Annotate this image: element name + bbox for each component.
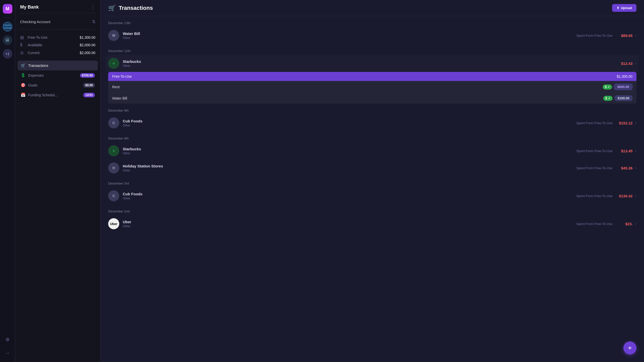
tx-name-starbucks-dec11: Starbucks (123, 59, 612, 64)
date-label-dec3: December 3rd (106, 182, 639, 185)
fab-button[interactable]: + (623, 341, 636, 354)
date-label-dec11: December 11th (106, 49, 639, 53)
nav-goals[interactable]: 🎯 Goals $0.00 (18, 80, 98, 90)
tx-from-starbucks-dec6: Spent From Free-To-Use (576, 149, 613, 153)
current-label: Current: (28, 51, 77, 55)
date-label-dec13: December 13th (106, 21, 639, 25)
tx-category-uber: Other (123, 224, 573, 228)
nav-transactions[interactable]: 🛒 Transactions (18, 61, 98, 70)
transactions-list: December 13th W Water Bill Other Spent F… (101, 16, 644, 362)
tx-amount-starbucks-dec11: $12.43 (615, 61, 633, 66)
logout-icon: → (5, 351, 10, 356)
tx-chevron-starbucks-dec6: › (635, 149, 636, 153)
nav-section: 🛒 Transactions 💲 Expenses $700.00 🎯 Goal… (15, 61, 100, 100)
tx-right-cub-dec3: Spent From Free-To-Use $130.42 › (576, 194, 636, 198)
funding-nav-label: Funding Schedul... (28, 93, 81, 97)
tx-right-starbucks-dec11: $12.43 › (615, 61, 636, 66)
upload-button[interactable]: ⬆ Upload (612, 4, 636, 12)
tx-amount-cub-dec9: $152.12 (615, 121, 633, 125)
svg-text:★: ★ (112, 62, 115, 65)
funding-badge: 12/31 (83, 93, 95, 97)
fab-icon: + (628, 344, 632, 352)
tx-from-holiday: Spent From Free-To-Use (576, 166, 613, 170)
tx-amount-water: $89.65 (615, 33, 633, 38)
transactions-nav-label: Transactions (28, 64, 95, 68)
cart-icon: 🛒 (108, 5, 116, 12)
tx-category-starbucks-dec11: Other (123, 64, 612, 68)
menu-dots-button[interactable]: ⋮ (90, 4, 95, 10)
tx-avatar-water: W (108, 30, 119, 41)
sidebar-icon-schwab[interactable]: charlesschwab (3, 22, 12, 31)
tx-category-holiday: Other (123, 169, 573, 172)
date-group-dec13: December 13th (106, 21, 639, 25)
starbucks-logo-svg-dec6: ★ (110, 148, 117, 154)
transaction-holiday-dec6[interactable]: H Holiday Station Stores Other Spent Fro… (106, 159, 639, 176)
split-checkmark-rent: ✓ (608, 85, 610, 89)
exp-label-rent: Rent (112, 85, 600, 89)
tx-amount-uber: $23. (615, 222, 633, 226)
settings-icon: ⚙ (6, 337, 10, 342)
tx-name-water: Water Bill (123, 31, 573, 36)
plus-badge-label: +1 (6, 52, 10, 56)
free-to-use-value: $1,300.00 (80, 35, 95, 39)
date-group-dec3: December 3rd (106, 182, 639, 185)
date-group-dec9: December 9th (106, 109, 639, 112)
tx-right-starbucks-dec6: Spent From Free-To-Use $13.45 › (576, 149, 636, 153)
page-title-text: Transactions (119, 5, 153, 11)
transaction-starbucks-dec11[interactable]: ★ Starbucks Other $12.43 › (106, 55, 639, 72)
nav-expenses[interactable]: 💲 Expenses $700.00 (18, 70, 98, 80)
split-icon-water: $ (605, 97, 607, 100)
exp-row-water-bill[interactable]: Water Bill $ ✓ $100.00 (108, 93, 636, 104)
account-divider (20, 29, 95, 29)
split-badge-water[interactable]: $ ✓ (603, 96, 613, 101)
tx-info-holiday: Holiday Station Stores Other (123, 164, 573, 172)
sidebar-icon-plus[interactable]: +1 (3, 49, 12, 59)
tx-category-water: Other (123, 36, 573, 40)
logout-icon-btn[interactable]: → (3, 348, 12, 358)
app-logo[interactable]: M (3, 4, 12, 14)
tx-name-holiday: Holiday Station Stores (123, 164, 573, 168)
transaction-uber-dec2[interactable]: Uber Uber Other Spent From Free-To-Use $… (106, 215, 639, 232)
starbucks-logo-svg: ★ (110, 60, 117, 67)
left-panel-header: My Bank ⋮ (15, 4, 100, 13)
transaction-starbucks-dec6[interactable]: ★ Starbucks Other Spent From Free-To-Use… (106, 142, 639, 159)
available-row: $ Available: $2,000.00 (15, 41, 100, 49)
sidebar-icon-bank[interactable]: 🏛 (3, 35, 12, 45)
date-label-dec2: December 2nd (106, 209, 639, 213)
bank-icon: 🏛 (5, 38, 10, 43)
split-badge-rent[interactable]: $ ✓ (603, 84, 612, 89)
date-group-dec2: December 2nd (106, 209, 639, 213)
page-title: 🛒 Transactions (108, 5, 153, 12)
transaction-water-bill-dec13[interactable]: W Water Bill Other Spent From Free-To-Us… (106, 27, 639, 44)
settings-icon-btn[interactable]: ⚙ (3, 335, 12, 344)
current-icon: ◎ (20, 50, 25, 55)
tx-info-starbucks-dec11: Starbucks Other (123, 59, 612, 68)
expenses-nav-label: Expenses (28, 73, 77, 77)
expanded-panel-starbucks-dec11: Free-To-Use $1,300.00 Rent $ ✓ $600.00 W… (108, 72, 636, 104)
account-selector[interactable]: Checking Account ⇅ (15, 17, 100, 26)
exp-row-rent[interactable]: Rent $ ✓ $600.00 (108, 81, 636, 93)
date-label-dec6: December 6th (106, 137, 639, 140)
transaction-cub-foods-dec9[interactable]: C Cub Foods Other Spent From Free-To-Use… (106, 114, 639, 131)
exp-row-free-to-use[interactable]: Free-To-Use $1,300.00 (108, 72, 636, 81)
transaction-cub-foods-dec3[interactable]: C Cub Foods Other Spent From Free-To-Use… (106, 187, 639, 204)
expenses-icon: 💲 (21, 73, 26, 78)
tx-amount-holiday: $45.36 (615, 166, 633, 170)
tx-amount-starbucks-dec6: $13.45 (615, 149, 633, 153)
tx-category-cub-dec9: Other (123, 124, 573, 127)
tx-chevron-holiday: › (635, 166, 636, 170)
split-icon-rent: $ (605, 85, 607, 89)
tx-right-cub-dec9: Spent From Free-To-Use $152.12 › (576, 121, 636, 125)
goals-nav-label: Goals (28, 83, 81, 87)
nav-funding[interactable]: 📅 Funding Schedul... 12/31 (18, 90, 98, 100)
uber-text-label: Uber (110, 222, 117, 226)
tx-category-cub-dec3: Other (123, 197, 573, 200)
bank-title: My Bank (20, 5, 39, 10)
tx-chevron-starbucks-dec11: › (635, 61, 636, 66)
current-row: ◎ Current: $2,000.00 (15, 49, 100, 57)
tx-info-cub-dec3: Cub Foods Other (123, 192, 573, 200)
goals-icon: 🎯 (21, 83, 26, 87)
tx-category-starbucks-dec6: Other (123, 152, 573, 155)
exp-amount-free-to-use: $1,300.00 (617, 74, 632, 78)
date-group-dec11: December 11th (106, 49, 639, 53)
